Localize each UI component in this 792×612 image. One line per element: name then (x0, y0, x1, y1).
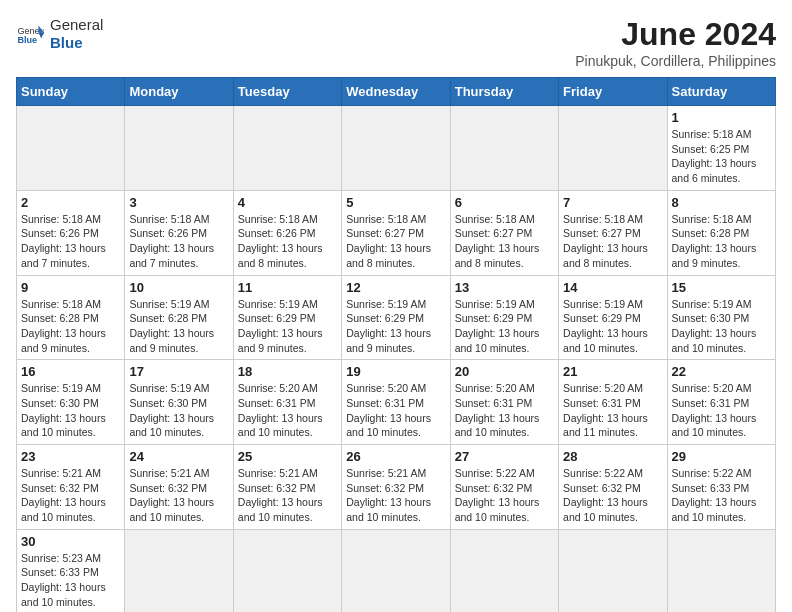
weekday-header-tuesday: Tuesday (233, 78, 341, 106)
month-year-title: June 2024 (575, 16, 776, 53)
calendar-day-30: 30Sunrise: 5:23 AM Sunset: 6:33 PM Dayli… (17, 529, 125, 612)
day-number: 19 (346, 364, 445, 379)
calendar-day-1: 1Sunrise: 5:18 AM Sunset: 6:25 PM Daylig… (667, 106, 775, 191)
day-info: Sunrise: 5:19 AM Sunset: 6:29 PM Dayligh… (238, 297, 337, 356)
calendar-day-6: 6Sunrise: 5:18 AM Sunset: 6:27 PM Daylig… (450, 190, 558, 275)
calendar-day-10: 10Sunrise: 5:19 AM Sunset: 6:28 PM Dayli… (125, 275, 233, 360)
day-number: 18 (238, 364, 337, 379)
calendar-day-18: 18Sunrise: 5:20 AM Sunset: 6:31 PM Dayli… (233, 360, 341, 445)
day-number: 29 (672, 449, 771, 464)
calendar-day-empty (450, 106, 558, 191)
calendar-day-24: 24Sunrise: 5:21 AM Sunset: 6:32 PM Dayli… (125, 445, 233, 530)
svg-text:Blue: Blue (17, 35, 37, 45)
weekday-header-row: SundayMondayTuesdayWednesdayThursdayFrid… (17, 78, 776, 106)
day-number: 2 (21, 195, 120, 210)
day-number: 3 (129, 195, 228, 210)
calendar-day-empty (667, 529, 775, 612)
calendar-day-13: 13Sunrise: 5:19 AM Sunset: 6:29 PM Dayli… (450, 275, 558, 360)
weekday-header-monday: Monday (125, 78, 233, 106)
day-info: Sunrise: 5:21 AM Sunset: 6:32 PM Dayligh… (129, 466, 228, 525)
day-info: Sunrise: 5:21 AM Sunset: 6:32 PM Dayligh… (21, 466, 120, 525)
day-info: Sunrise: 5:18 AM Sunset: 6:27 PM Dayligh… (563, 212, 662, 271)
calendar-day-17: 17Sunrise: 5:19 AM Sunset: 6:30 PM Dayli… (125, 360, 233, 445)
day-number: 14 (563, 280, 662, 295)
calendar-week-row: 30Sunrise: 5:23 AM Sunset: 6:33 PM Dayli… (17, 529, 776, 612)
logo-blue-text: Blue (50, 34, 103, 52)
calendar-day-8: 8Sunrise: 5:18 AM Sunset: 6:28 PM Daylig… (667, 190, 775, 275)
calendar-day-7: 7Sunrise: 5:18 AM Sunset: 6:27 PM Daylig… (559, 190, 667, 275)
title-section: June 2024 Pinukpuk, Cordillera, Philippi… (575, 16, 776, 69)
day-info: Sunrise: 5:18 AM Sunset: 6:26 PM Dayligh… (129, 212, 228, 271)
day-number: 24 (129, 449, 228, 464)
day-info: Sunrise: 5:20 AM Sunset: 6:31 PM Dayligh… (563, 381, 662, 440)
day-number: 10 (129, 280, 228, 295)
calendar-week-row: 1Sunrise: 5:18 AM Sunset: 6:25 PM Daylig… (17, 106, 776, 191)
calendar-day-25: 25Sunrise: 5:21 AM Sunset: 6:32 PM Dayli… (233, 445, 341, 530)
calendar-week-row: 23Sunrise: 5:21 AM Sunset: 6:32 PM Dayli… (17, 445, 776, 530)
calendar-day-empty (559, 529, 667, 612)
logo-general-text: General (50, 16, 103, 34)
calendar-day-23: 23Sunrise: 5:21 AM Sunset: 6:32 PM Dayli… (17, 445, 125, 530)
day-number: 6 (455, 195, 554, 210)
day-info: Sunrise: 5:18 AM Sunset: 6:26 PM Dayligh… (238, 212, 337, 271)
day-info: Sunrise: 5:18 AM Sunset: 6:28 PM Dayligh… (672, 212, 771, 271)
day-number: 25 (238, 449, 337, 464)
logo-icon: General Blue (16, 20, 44, 48)
day-number: 13 (455, 280, 554, 295)
day-info: Sunrise: 5:19 AM Sunset: 6:30 PM Dayligh… (672, 297, 771, 356)
day-number: 27 (455, 449, 554, 464)
day-number: 8 (672, 195, 771, 210)
calendar-day-3: 3Sunrise: 5:18 AM Sunset: 6:26 PM Daylig… (125, 190, 233, 275)
calendar-day-9: 9Sunrise: 5:18 AM Sunset: 6:28 PM Daylig… (17, 275, 125, 360)
day-info: Sunrise: 5:19 AM Sunset: 6:29 PM Dayligh… (563, 297, 662, 356)
day-info: Sunrise: 5:22 AM Sunset: 6:32 PM Dayligh… (455, 466, 554, 525)
weekday-header-saturday: Saturday (667, 78, 775, 106)
day-number: 7 (563, 195, 662, 210)
calendar-day-16: 16Sunrise: 5:19 AM Sunset: 6:30 PM Dayli… (17, 360, 125, 445)
calendar-day-5: 5Sunrise: 5:18 AM Sunset: 6:27 PM Daylig… (342, 190, 450, 275)
day-info: Sunrise: 5:18 AM Sunset: 6:25 PM Dayligh… (672, 127, 771, 186)
calendar-day-12: 12Sunrise: 5:19 AM Sunset: 6:29 PM Dayli… (342, 275, 450, 360)
day-number: 17 (129, 364, 228, 379)
location-subtitle: Pinukpuk, Cordillera, Philippines (575, 53, 776, 69)
calendar-day-empty (233, 529, 341, 612)
day-info: Sunrise: 5:19 AM Sunset: 6:30 PM Dayligh… (129, 381, 228, 440)
calendar-day-empty (450, 529, 558, 612)
calendar-day-empty (125, 106, 233, 191)
calendar-day-empty (125, 529, 233, 612)
day-number: 9 (21, 280, 120, 295)
day-number: 26 (346, 449, 445, 464)
day-info: Sunrise: 5:23 AM Sunset: 6:33 PM Dayligh… (21, 551, 120, 610)
day-info: Sunrise: 5:22 AM Sunset: 6:33 PM Dayligh… (672, 466, 771, 525)
weekday-header-sunday: Sunday (17, 78, 125, 106)
calendar-day-11: 11Sunrise: 5:19 AM Sunset: 6:29 PM Dayli… (233, 275, 341, 360)
day-info: Sunrise: 5:20 AM Sunset: 6:31 PM Dayligh… (346, 381, 445, 440)
calendar-day-empty (342, 106, 450, 191)
calendar-day-14: 14Sunrise: 5:19 AM Sunset: 6:29 PM Dayli… (559, 275, 667, 360)
day-number: 5 (346, 195, 445, 210)
day-number: 4 (238, 195, 337, 210)
day-info: Sunrise: 5:20 AM Sunset: 6:31 PM Dayligh… (672, 381, 771, 440)
calendar-week-row: 16Sunrise: 5:19 AM Sunset: 6:30 PM Dayli… (17, 360, 776, 445)
calendar-day-19: 19Sunrise: 5:20 AM Sunset: 6:31 PM Dayli… (342, 360, 450, 445)
calendar-day-29: 29Sunrise: 5:22 AM Sunset: 6:33 PM Dayli… (667, 445, 775, 530)
calendar-week-row: 2Sunrise: 5:18 AM Sunset: 6:26 PM Daylig… (17, 190, 776, 275)
calendar-week-row: 9Sunrise: 5:18 AM Sunset: 6:28 PM Daylig… (17, 275, 776, 360)
calendar-day-22: 22Sunrise: 5:20 AM Sunset: 6:31 PM Dayli… (667, 360, 775, 445)
day-info: Sunrise: 5:19 AM Sunset: 6:28 PM Dayligh… (129, 297, 228, 356)
calendar-day-empty (233, 106, 341, 191)
day-info: Sunrise: 5:18 AM Sunset: 6:26 PM Dayligh… (21, 212, 120, 271)
day-number: 11 (238, 280, 337, 295)
page-header: General Blue General Blue June 2024 Pinu… (16, 16, 776, 69)
weekday-header-thursday: Thursday (450, 78, 558, 106)
calendar-day-empty (559, 106, 667, 191)
day-number: 28 (563, 449, 662, 464)
calendar-day-empty (342, 529, 450, 612)
weekday-header-wednesday: Wednesday (342, 78, 450, 106)
day-number: 20 (455, 364, 554, 379)
day-info: Sunrise: 5:20 AM Sunset: 6:31 PM Dayligh… (455, 381, 554, 440)
day-info: Sunrise: 5:21 AM Sunset: 6:32 PM Dayligh… (346, 466, 445, 525)
calendar-day-2: 2Sunrise: 5:18 AM Sunset: 6:26 PM Daylig… (17, 190, 125, 275)
day-info: Sunrise: 5:18 AM Sunset: 6:28 PM Dayligh… (21, 297, 120, 356)
day-info: Sunrise: 5:19 AM Sunset: 6:30 PM Dayligh… (21, 381, 120, 440)
